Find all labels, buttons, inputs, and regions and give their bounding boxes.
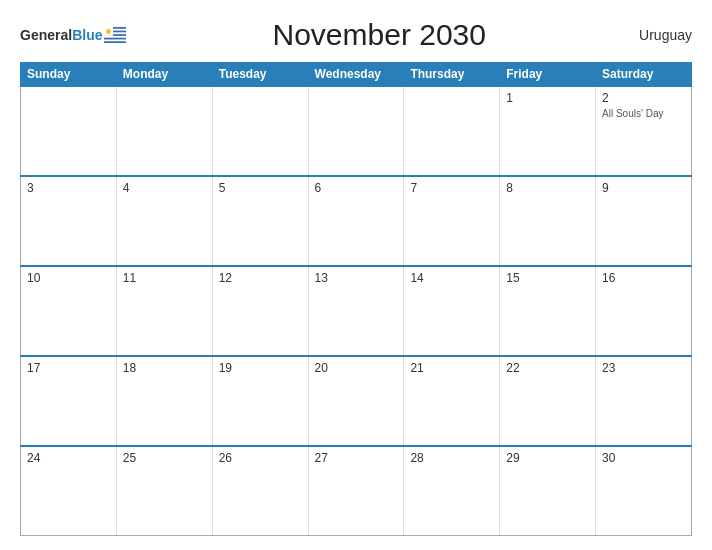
day-number: 2 — [602, 91, 685, 105]
uruguay-flag-icon — [104, 27, 126, 43]
day-number: 3 — [27, 181, 110, 195]
day-number: 15 — [506, 271, 589, 285]
calendar-cell: 28 — [404, 446, 500, 536]
calendar-cell: 3 — [21, 176, 117, 266]
calendar-cell: 14 — [404, 266, 500, 356]
calendar-header: GeneralBlue November 2030 Uruguay — [20, 18, 692, 52]
header-friday: Friday — [500, 63, 596, 87]
calendar-cell: 10 — [21, 266, 117, 356]
calendar-cell: 17 — [21, 356, 117, 446]
calendar-cell: 19 — [212, 356, 308, 446]
header-thursday: Thursday — [404, 63, 500, 87]
calendar-cell — [21, 86, 117, 176]
day-number: 6 — [315, 181, 398, 195]
calendar-cell: 24 — [21, 446, 117, 536]
calendar-cell: 30 — [596, 446, 692, 536]
calendar-cell: 23 — [596, 356, 692, 446]
day-number: 20 — [315, 361, 398, 375]
calendar-cell: 8 — [500, 176, 596, 266]
svg-point-7 — [106, 29, 111, 34]
day-number: 11 — [123, 271, 206, 285]
calendar-cell — [404, 86, 500, 176]
calendar-cell: 22 — [500, 356, 596, 446]
calendar-cell: 16 — [596, 266, 692, 356]
day-number: 14 — [410, 271, 493, 285]
day-number: 29 — [506, 451, 589, 465]
day-number: 13 — [315, 271, 398, 285]
logo-general: General — [20, 27, 72, 43]
day-number: 24 — [27, 451, 110, 465]
header-monday: Monday — [116, 63, 212, 87]
day-number: 12 — [219, 271, 302, 285]
calendar-cell: 11 — [116, 266, 212, 356]
calendar-page: GeneralBlue November 2030 Uruguay Sunday… — [0, 0, 712, 550]
logo-text: GeneralBlue — [20, 27, 102, 43]
country-label: Uruguay — [632, 27, 692, 43]
day-number: 10 — [27, 271, 110, 285]
calendar-cell: 6 — [308, 176, 404, 266]
calendar-cell — [116, 86, 212, 176]
calendar-cell: 21 — [404, 356, 500, 446]
svg-rect-4 — [104, 38, 126, 40]
calendar-week-row: 24252627282930 — [21, 446, 692, 536]
day-number: 17 — [27, 361, 110, 375]
calendar-cell: 4 — [116, 176, 212, 266]
calendar-cell: 26 — [212, 446, 308, 536]
calendar-week-row: 17181920212223 — [21, 356, 692, 446]
weekday-header-row: Sunday Monday Tuesday Wednesday Thursday… — [21, 63, 692, 87]
day-number: 26 — [219, 451, 302, 465]
calendar-cell: 1 — [500, 86, 596, 176]
logo: GeneralBlue — [20, 27, 126, 43]
day-number: 1 — [506, 91, 589, 105]
day-number: 27 — [315, 451, 398, 465]
calendar-cell: 27 — [308, 446, 404, 536]
day-number: 28 — [410, 451, 493, 465]
day-number: 18 — [123, 361, 206, 375]
day-number: 25 — [123, 451, 206, 465]
calendar-cell — [212, 86, 308, 176]
calendar-cell: 13 — [308, 266, 404, 356]
header-saturday: Saturday — [596, 63, 692, 87]
calendar-cell: 15 — [500, 266, 596, 356]
header-sunday: Sunday — [21, 63, 117, 87]
calendar-cell: 7 — [404, 176, 500, 266]
day-number: 21 — [410, 361, 493, 375]
calendar-table: Sunday Monday Tuesday Wednesday Thursday… — [20, 62, 692, 536]
calendar-cell: 5 — [212, 176, 308, 266]
calendar-week-row: 10111213141516 — [21, 266, 692, 356]
day-number: 16 — [602, 271, 685, 285]
calendar-title: November 2030 — [126, 18, 632, 52]
calendar-cell: 20 — [308, 356, 404, 446]
calendar-cell: 18 — [116, 356, 212, 446]
day-number: 5 — [219, 181, 302, 195]
calendar-cell: 9 — [596, 176, 692, 266]
day-number: 22 — [506, 361, 589, 375]
day-number: 7 — [410, 181, 493, 195]
day-number: 23 — [602, 361, 685, 375]
calendar-week-row: 12All Souls' Day — [21, 86, 692, 176]
day-number: 8 — [506, 181, 589, 195]
calendar-cell: 12 — [212, 266, 308, 356]
day-number: 4 — [123, 181, 206, 195]
header-wednesday: Wednesday — [308, 63, 404, 87]
calendar-cell: 25 — [116, 446, 212, 536]
logo-blue: Blue — [72, 27, 102, 43]
calendar-cell — [308, 86, 404, 176]
calendar-cell: 2All Souls' Day — [596, 86, 692, 176]
day-number: 30 — [602, 451, 685, 465]
event-label: All Souls' Day — [602, 107, 685, 120]
header-tuesday: Tuesday — [212, 63, 308, 87]
calendar-week-row: 3456789 — [21, 176, 692, 266]
calendar-cell: 29 — [500, 446, 596, 536]
day-number: 19 — [219, 361, 302, 375]
day-number: 9 — [602, 181, 685, 195]
svg-rect-5 — [104, 41, 126, 43]
